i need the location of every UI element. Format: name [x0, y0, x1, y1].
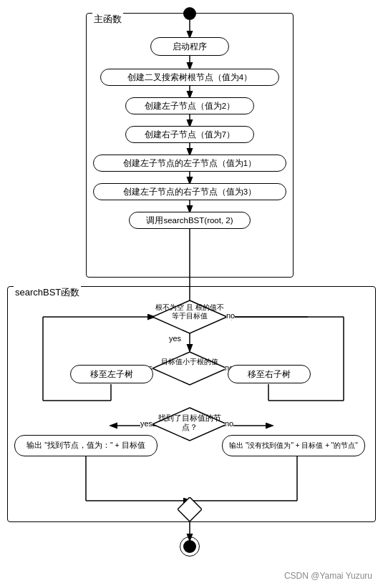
create-left-right-node: 创建左子节点的右子节点（值为3）: [93, 183, 286, 200]
create-left-left-node: 创建左子节点的左子节点（值为1）: [93, 155, 286, 172]
condition1-no-label: no: [226, 311, 235, 320]
condition3-yes-label: yes: [140, 419, 152, 428]
merge-diamond: [178, 497, 202, 521]
output-not-found-node: 输出 "没有找到值为" + 目标值 + "的节点": [222, 435, 365, 456]
condition1-yes-label: yes: [169, 334, 181, 343]
main-box-label: 主函数: [92, 13, 123, 26]
create-right-node: 创建右子节点（值为7）: [125, 126, 254, 143]
condition2-diamond: 目标值小于根的值: [152, 352, 227, 385]
move-right-node: 移至右子树: [228, 365, 311, 383]
condition3-diamond: 找到了目标值的节点？: [152, 408, 227, 441]
condition1-diamond: 根不为空 且 根的值不等于目标值: [152, 300, 227, 333]
move-left-node: 移至左子树: [70, 365, 153, 383]
diagram-container: 主函数 启动程序 创建二叉搜索树根节点（值为4） 创建左子节点（值为2） 创建右…: [0, 0, 383, 588]
create-left-node: 创建左子节点（值为2）: [125, 97, 254, 114]
svg-marker-32: [178, 497, 202, 521]
condition3-no-label: no: [225, 419, 233, 428]
create-root-node: 创建二叉搜索树根节点（值为4）: [100, 69, 279, 86]
output-found-node: 输出 "找到节点，值为：" + 目标值: [14, 435, 157, 456]
search-box-label: searchBST函数: [14, 286, 81, 299]
call-search-node: 调用searchBST(root, 2): [129, 212, 251, 229]
start-program-node: 启动程序: [150, 37, 229, 56]
end-circle: [183, 540, 196, 553]
watermark: CSDN @Yamai Yuzuru: [284, 571, 372, 581]
